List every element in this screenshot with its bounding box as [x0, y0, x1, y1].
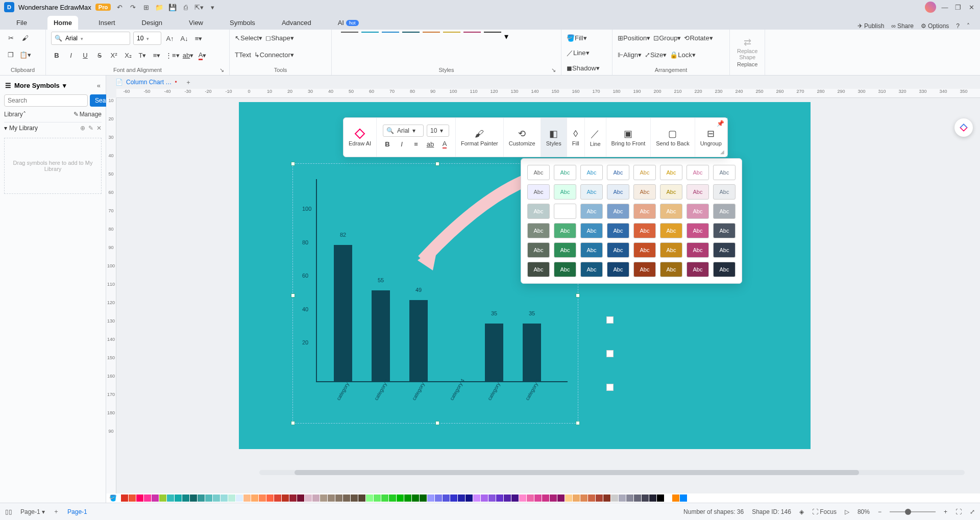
export-icon[interactable]: ⇱▾ — [194, 3, 204, 12]
italic-icon[interactable]: I — [65, 49, 77, 62]
ctx-format-painter[interactable]: 🖌Format Painter — [456, 118, 504, 157]
style-swatch[interactable]: Abc — [607, 262, 629, 277]
color-swatch[interactable] — [220, 494, 228, 502]
color-swatch[interactable] — [412, 494, 419, 502]
publish-button[interactable]: ✈ Publish — [857, 22, 884, 30]
color-swatch[interactable] — [351, 494, 358, 502]
color-swatch[interactable] — [274, 494, 281, 502]
line-style-gallery[interactable]: ▾ — [337, 32, 556, 33]
mylib-add-icon[interactable]: ⊕ — [80, 125, 85, 132]
style-swatch[interactable]: Abc — [660, 204, 682, 219]
color-swatch[interactable] — [259, 494, 266, 502]
style-swatch[interactable]: Abc — [554, 165, 576, 180]
color-swatch[interactable] — [519, 494, 526, 502]
layers-icon[interactable]: ◈ — [799, 508, 804, 515]
font-size-combo[interactable]: 10 — [133, 32, 161, 45]
fit-icon[interactable]: ⛶ — [955, 508, 962, 515]
color-swatch[interactable] — [435, 494, 442, 502]
ctx-highlight-icon[interactable]: ab — [425, 138, 436, 150]
color-swatch[interactable] — [603, 494, 610, 502]
mylib-caret-icon[interactable]: ▾ — [4, 125, 7, 132]
print-icon[interactable]: ⎙ — [181, 3, 190, 12]
ctx-bold-icon[interactable]: B — [382, 138, 393, 150]
color-swatch[interactable] — [420, 494, 427, 502]
ctx-font-combo[interactable]: 🔍Arial▾ — [383, 125, 424, 137]
style-swatch[interactable]: Abc — [580, 262, 603, 277]
manage-label[interactable]: Manage — [80, 111, 102, 118]
color-swatch[interactable] — [649, 494, 656, 502]
color-swatch[interactable] — [297, 494, 304, 502]
color-swatch[interactable] — [550, 494, 557, 502]
color-swatch[interactable] — [511, 494, 519, 502]
style-swatch[interactable]: Abc — [687, 242, 709, 258]
color-swatch[interactable] — [504, 494, 511, 502]
ai-assistant-bubble[interactable] — [954, 118, 973, 137]
style-swatch[interactable]: Abc — [633, 262, 656, 277]
legend-checkbox-1[interactable] — [606, 316, 614, 324]
undo-icon[interactable]: ↶ — [115, 3, 124, 12]
style-swatch[interactable]: Abc — [527, 242, 550, 258]
color-swatch[interactable] — [213, 494, 220, 502]
font-launcher-icon[interactable]: ↘ — [219, 67, 224, 73]
style-swatch[interactable]: Abc — [687, 165, 709, 180]
ctx-fill[interactable]: ◊Fill — [567, 118, 585, 157]
style-swatch[interactable]: Abc — [713, 184, 736, 200]
shrink-font-icon[interactable]: A↓ — [179, 32, 190, 44]
new-icon[interactable]: ⊞ — [141, 3, 151, 12]
color-swatch[interactable] — [205, 494, 212, 502]
color-swatch[interactable] — [381, 494, 388, 502]
page-combo[interactable]: Page-1 ▾ — [20, 508, 45, 515]
maximize-icon[interactable]: ❐ — [953, 3, 963, 12]
style-swatch[interactable]: Abc — [633, 204, 656, 219]
ctx-italic-icon[interactable]: I — [396, 138, 407, 150]
tab-design[interactable]: Design — [136, 16, 168, 30]
style-swatch[interactable]: Abc — [687, 262, 709, 277]
color-swatch[interactable] — [458, 494, 465, 502]
style-swatch[interactable]: Abc — [527, 184, 550, 200]
style-swatch[interactable]: Abc — [713, 242, 736, 258]
color-swatch[interactable] — [657, 494, 664, 502]
style-swatch[interactable]: Abc — [607, 165, 629, 180]
color-swatch[interactable] — [596, 494, 603, 502]
ctx-size-combo[interactable]: 10▾ — [427, 125, 449, 137]
save-icon[interactable]: 💾 — [168, 3, 177, 12]
subscript-icon[interactable]: X₂ — [122, 49, 134, 62]
format-painter-icon[interactable]: 🖌 — [19, 32, 31, 44]
tab-ai[interactable]: AIhot — [332, 16, 365, 30]
zoom-in-icon[interactable]: + — [944, 508, 947, 515]
styles-launcher-icon[interactable]: ↘ — [551, 67, 556, 73]
ctx-send-back[interactable]: ▢Send to Back — [651, 118, 695, 157]
collapse-ribbon-icon[interactable]: ˄ — [967, 22, 970, 30]
fullscreen-icon[interactable]: ⤢ — [970, 508, 975, 515]
cut-icon[interactable]: ✂ — [5, 32, 16, 44]
library-label[interactable]: Library — [4, 111, 23, 118]
gallery-more-icon[interactable]: ▾ — [504, 32, 510, 33]
line-button[interactable]: ／ Line▾ — [567, 47, 590, 59]
redo-icon[interactable]: ↷ — [128, 3, 137, 12]
color-swatch[interactable] — [588, 494, 595, 502]
color-swatch[interactable] — [167, 494, 174, 502]
color-swatch[interactable] — [251, 494, 258, 502]
style-swatch[interactable]: Abc — [633, 242, 656, 258]
drop-zone[interactable]: Drag symbols here to add to My Library — [4, 138, 102, 194]
color-swatch[interactable] — [534, 494, 542, 502]
ctx-fontcolor-icon[interactable]: A — [439, 138, 450, 150]
color-swatch[interactable] — [450, 494, 457, 502]
collapse-left-icon[interactable]: « — [97, 82, 101, 89]
mylib-close-icon[interactable]: ✕ — [96, 125, 102, 132]
ctx-customize[interactable]: ⟲Customize — [504, 118, 541, 157]
color-swatch[interactable] — [565, 494, 572, 502]
style-swatch[interactable]: Abc — [660, 184, 682, 200]
mylib-edit-icon[interactable]: ✎ — [88, 125, 93, 132]
color-swatch[interactable] — [465, 494, 473, 502]
manage-icon[interactable]: ✎ — [74, 111, 79, 118]
style-swatch[interactable]: Abc — [580, 165, 603, 180]
color-swatch[interactable] — [320, 494, 327, 502]
new-tab-button[interactable]: ＋ — [185, 78, 191, 87]
style-swatch[interactable]: Abc — [607, 242, 629, 258]
color-swatch[interactable] — [144, 494, 151, 502]
lock-button[interactable]: 🔒 Lock▾ — [670, 49, 695, 61]
color-swatch[interactable] — [488, 494, 496, 502]
color-swatch[interactable] — [397, 494, 404, 502]
ctx-bring-front[interactable]: ▣Bring to Front — [606, 118, 651, 157]
